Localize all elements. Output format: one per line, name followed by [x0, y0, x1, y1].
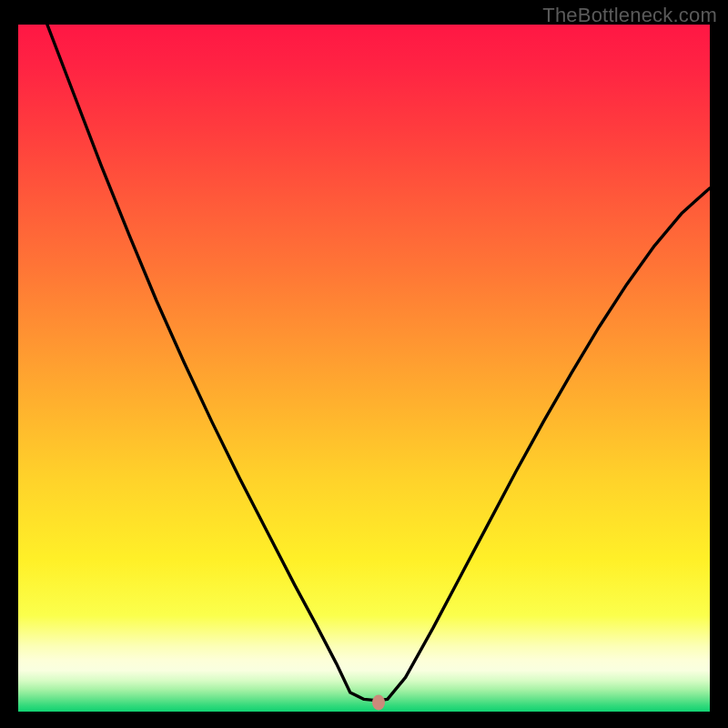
chart-svg [18, 25, 710, 712]
plot-area [18, 25, 710, 712]
optimal-point-marker [372, 695, 385, 711]
gradient-background [18, 25, 710, 712]
chart-container: TheBottleneck.com [0, 0, 728, 728]
watermark-text: TheBottleneck.com [542, 4, 717, 27]
